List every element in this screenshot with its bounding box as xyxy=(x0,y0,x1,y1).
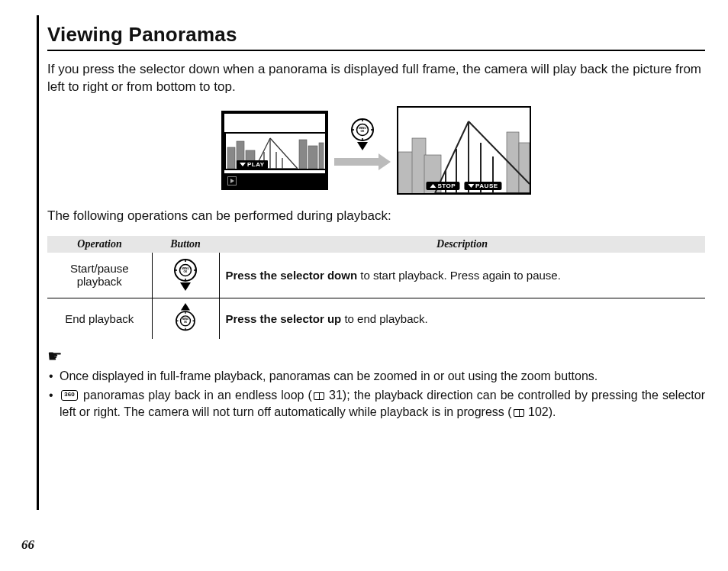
table-row: Start/pause playback MENU OK xyxy=(47,253,705,298)
note-1: Once displayed in full-frame playback, p… xyxy=(60,369,598,382)
table-intro: The following operations can be performe… xyxy=(47,207,705,224)
intro-paragraph: If you press the selector down when a pa… xyxy=(47,60,705,96)
note-2c: 102). xyxy=(525,405,556,418)
svg-rect-25 xyxy=(412,138,426,193)
table-row: End playback MENU OK P xyxy=(47,298,705,339)
svg-marker-45 xyxy=(180,282,191,291)
stop-pause-overlay: STOP PAUSE xyxy=(426,182,501,190)
selector-down-indicator: MENU OK xyxy=(350,117,375,150)
note-pointer-icon: ☛ xyxy=(47,347,705,366)
th-button: Button xyxy=(152,236,219,253)
notes-list: Once displayed in full-frame playback, p… xyxy=(47,368,705,421)
desc-rest: to start playback. Press again to pause. xyxy=(357,269,561,282)
selector-down-icon: MENU OK xyxy=(172,257,198,291)
panorama-thumbnail-full: PLAY xyxy=(221,111,328,190)
title-rule xyxy=(47,50,705,51)
svg-rect-28 xyxy=(519,143,530,193)
svg-rect-6 xyxy=(319,143,324,169)
th-description: Description xyxy=(219,236,705,253)
page-title: Viewing Panoramas xyxy=(47,23,705,47)
desc-cell: Press the selector up to end playback. xyxy=(219,298,705,339)
svg-marker-46 xyxy=(181,303,190,311)
list-item: panoramas play back in an endless loop (… xyxy=(47,387,705,421)
page-number: 66 xyxy=(21,537,34,553)
play-overlay: PLAY xyxy=(237,160,268,169)
op-cell: Start/pause playback xyxy=(47,253,152,298)
svg-marker-22 xyxy=(357,142,368,150)
desc-cell: Press the selector down to start playbac… xyxy=(219,253,705,298)
stop-label: STOP xyxy=(437,182,456,189)
svg-text:OK: OK xyxy=(184,321,187,324)
svg-rect-4 xyxy=(299,140,307,169)
desc-bold: Press the selector up xyxy=(226,312,342,325)
panorama-thumbnail-scrolling: STOP PAUSE xyxy=(397,106,531,195)
svg-rect-5 xyxy=(308,146,317,169)
page-ref-icon xyxy=(314,392,324,400)
svg-rect-1 xyxy=(227,147,235,169)
svg-text:MENU: MENU xyxy=(182,318,188,321)
desc-rest: to end playback. xyxy=(341,312,427,325)
btn-cell: MENU OK xyxy=(152,298,219,339)
play-label: PLAY xyxy=(247,161,265,168)
selector-up-icon: MENU OK xyxy=(172,303,198,332)
desc-bold: Press the selector down xyxy=(226,269,358,282)
panorama-360-icon xyxy=(61,390,78,401)
pause-label: PAUSE xyxy=(475,182,498,189)
svg-text:OK: OK xyxy=(361,130,365,133)
th-operation: Operation xyxy=(47,236,152,253)
skyline-illustration-large xyxy=(398,108,530,193)
arrow-right-icon xyxy=(334,153,391,170)
op-cell: End playback xyxy=(47,298,152,339)
note-2a: panoramas play back in an endless loop ( xyxy=(79,389,312,402)
illustration-row: PLAY MENU OK xyxy=(47,106,705,195)
side-rule xyxy=(37,15,39,510)
page-ref-icon xyxy=(514,409,524,417)
operations-table: Operation Button Description Start/pause… xyxy=(47,236,705,339)
list-item: Once displayed in full-frame playback, p… xyxy=(47,368,705,386)
svg-rect-24 xyxy=(398,152,414,193)
svg-text:OK: OK xyxy=(184,270,188,273)
btn-cell: MENU OK xyxy=(152,253,219,298)
playback-mode-icon xyxy=(227,176,237,185)
